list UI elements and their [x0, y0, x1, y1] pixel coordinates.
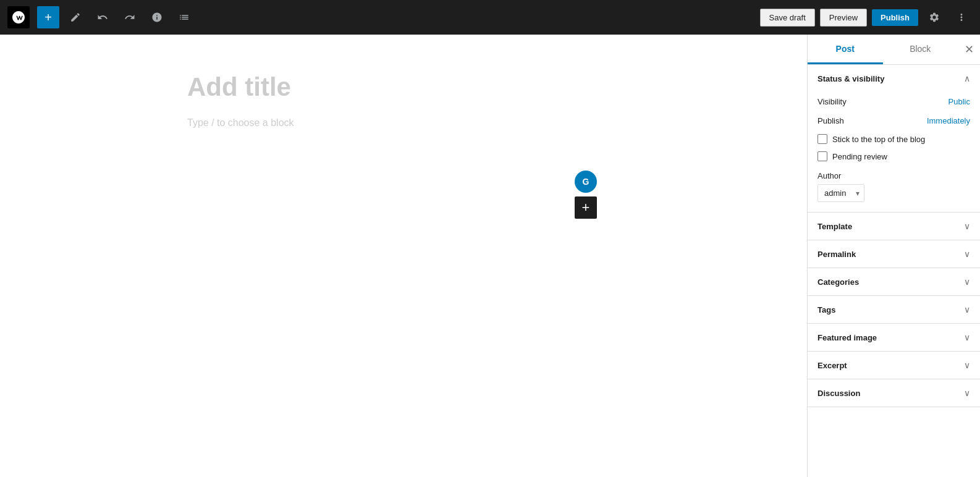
sidebar-tabs: Post Block ✕: [808, 35, 980, 65]
permalink-chevron: ∨: [964, 249, 970, 259]
topbar: + Save draft Preview Publish: [0, 0, 980, 35]
template-title: Template: [817, 222, 852, 231]
title-field[interactable]: Add title: [187, 72, 620, 103]
visibility-row: Visibility Public: [817, 92, 970, 111]
edit-mode-button[interactable]: [64, 6, 87, 28]
categories-title: Categories: [817, 277, 859, 287]
status-visibility-content: Visibility Public Publish Immediately St…: [808, 92, 980, 212]
author-select[interactable]: admin: [817, 184, 864, 202]
featured-image-section: Featured image ∨: [808, 324, 980, 352]
tab-post[interactable]: Post: [808, 35, 883, 64]
categories-section: Categories ∨: [808, 268, 980, 296]
stick-to-top-row: Stick to the top of the blog: [817, 130, 970, 148]
status-visibility-chevron: ∧: [964, 74, 970, 83]
stick-to-top-label: Stick to the top of the blog: [832, 135, 925, 144]
sidebar: Post Block ✕ Status & visibility ∧ Visib…: [807, 35, 980, 477]
featured-image-chevron: ∨: [964, 332, 970, 342]
featured-image-title: Featured image: [817, 333, 877, 342]
excerpt-title: Excerpt: [817, 361, 847, 370]
discussion-title: Discussion: [817, 389, 860, 398]
save-draft-button[interactable]: Save draft: [760, 9, 815, 27]
template-header[interactable]: Template ∨: [808, 213, 980, 240]
info-button[interactable]: [146, 6, 168, 28]
author-label: Author: [817, 171, 970, 180]
pending-review-label: Pending review: [832, 152, 887, 161]
editor-content: Add title Type / to choose a block: [187, 72, 620, 129]
permalink-header[interactable]: Permalink ∨: [808, 240, 980, 268]
author-select-wrap: admin: [817, 184, 864, 202]
publish-label: Publish: [817, 116, 844, 125]
template-section: Template ∨: [808, 213, 980, 240]
tab-block[interactable]: Block: [883, 35, 958, 64]
publish-value[interactable]: Immediately: [927, 116, 970, 125]
undo-button[interactable]: [91, 6, 114, 28]
editor-area: Add title Type / to choose a block G +: [0, 35, 807, 477]
status-visibility-section: Status & visibility ∧ Visibility Public …: [808, 65, 980, 213]
tags-header[interactable]: Tags ∨: [808, 296, 980, 323]
permalink-title: Permalink: [817, 250, 856, 259]
tags-title: Tags: [817, 305, 835, 314]
add-block-fab-button[interactable]: +: [575, 196, 597, 219]
categories-chevron: ∨: [964, 277, 970, 287]
tags-chevron: ∨: [964, 305, 970, 314]
publish-row: Publish Immediately: [817, 111, 970, 130]
pending-review-checkbox[interactable]: [817, 151, 827, 161]
pending-review-row: Pending review: [817, 148, 970, 165]
discussion-section: Discussion ∨: [808, 379, 980, 407]
grammarly-icon[interactable]: G: [575, 171, 597, 193]
discussion-header[interactable]: Discussion ∨: [808, 379, 980, 407]
excerpt-chevron: ∨: [964, 360, 970, 370]
visibility-label: Visibility: [817, 97, 847, 106]
wp-logo: [7, 6, 30, 28]
excerpt-header[interactable]: Excerpt ∨: [808, 352, 980, 379]
preview-button[interactable]: Preview: [820, 9, 867, 27]
more-options-button[interactable]: [950, 6, 973, 28]
status-visibility-header[interactable]: Status & visibility ∧: [808, 65, 980, 92]
template-chevron: ∨: [964, 221, 970, 231]
list-view-button[interactable]: [173, 6, 195, 28]
status-visibility-title: Status & visibility: [817, 74, 884, 83]
featured-image-header[interactable]: Featured image ∨: [808, 324, 980, 351]
block-placeholder[interactable]: Type / to choose a block: [187, 117, 620, 129]
floating-block-tools: G +: [575, 171, 597, 219]
publish-button[interactable]: Publish: [872, 9, 918, 26]
visibility-value[interactable]: Public: [948, 97, 970, 106]
tags-section: Tags ∨: [808, 296, 980, 324]
settings-button[interactable]: [923, 6, 945, 28]
permalink-section: Permalink ∨: [808, 240, 980, 268]
add-block-button[interactable]: +: [37, 6, 59, 28]
redo-button[interactable]: [119, 6, 141, 28]
categories-header[interactable]: Categories ∨: [808, 268, 980, 295]
excerpt-section: Excerpt ∨: [808, 352, 980, 379]
topbar-right: Save draft Preview Publish: [760, 6, 973, 28]
stick-to-top-checkbox[interactable]: [817, 134, 827, 144]
sidebar-close-button[interactable]: ✕: [958, 35, 980, 64]
discussion-chevron: ∨: [964, 388, 970, 398]
main-layout: Add title Type / to choose a block G + P…: [0, 35, 980, 477]
